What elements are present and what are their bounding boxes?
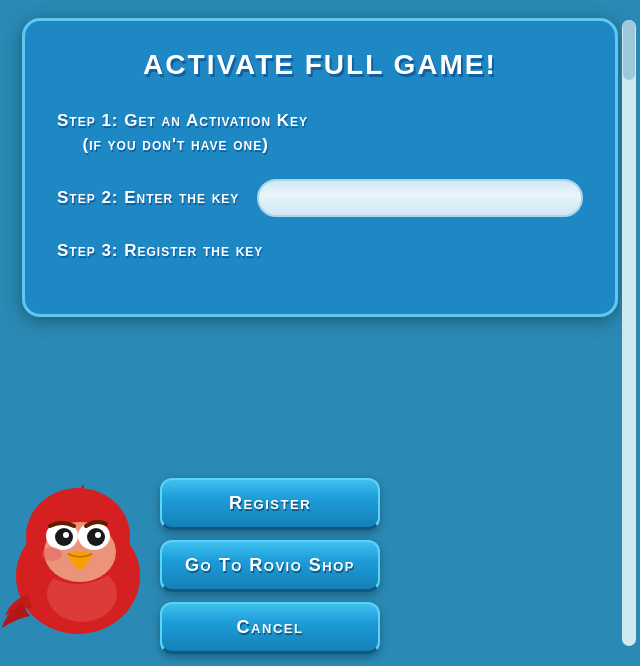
svg-point-6	[63, 532, 69, 538]
cancel-button[interactable]: Cancel	[160, 602, 380, 654]
scrollbar-thumb[interactable]	[623, 20, 635, 80]
register-button[interactable]: Register	[160, 478, 380, 530]
svg-point-10	[42, 547, 62, 561]
main-panel: Activate Full Game! Step 1: Get an Activ…	[22, 18, 618, 317]
step1-text: Step 1: Get an Activation Key (if you do…	[57, 109, 583, 157]
step3-text: Step 3: Register the key	[57, 239, 583, 263]
svg-point-9	[95, 532, 101, 538]
activation-key-input[interactable]	[257, 179, 583, 217]
step2-row: Step 2: Enter the key	[57, 179, 583, 217]
bird-character	[0, 446, 170, 656]
step2-label: Step 2: Enter the key	[57, 186, 239, 210]
rovio-shop-button[interactable]: Go to Rovio Shop	[160, 540, 380, 592]
bottom-area: Register Go to Rovio Shop Cancel	[0, 406, 640, 666]
buttons-area: Register Go to Rovio Shop Cancel	[160, 478, 620, 654]
dialog-title: Activate Full Game!	[57, 49, 583, 81]
scrollbar-track[interactable]	[622, 20, 636, 646]
